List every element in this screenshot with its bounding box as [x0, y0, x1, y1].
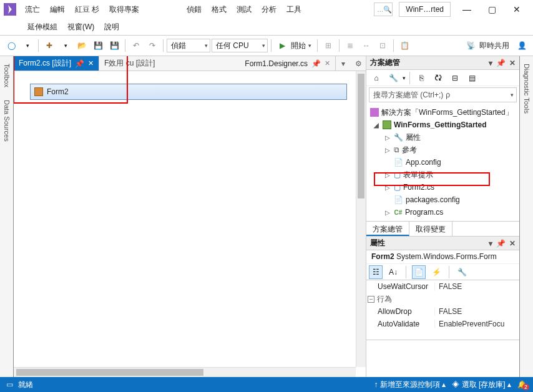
- panel-dropdown-icon[interactable]: ▾: [489, 239, 492, 248]
- pin-icon[interactable]: 📌: [75, 59, 84, 68]
- menu-test[interactable]: 測試: [232, 2, 257, 17]
- prop-usewaitcursor[interactable]: UseWaitCursor FALSE: [366, 280, 519, 293]
- menu-debug[interactable]: 偵錯: [182, 2, 207, 17]
- props-grid[interactable]: UseWaitCursor FALSE – 行為 AllowDrop FALSE…: [366, 280, 519, 340]
- liveshare-label[interactable]: 即時共用: [479, 41, 509, 51]
- hscrollbar[interactable]: [14, 367, 356, 377]
- new-project-dropdown[interactable]: ▾: [58, 38, 73, 53]
- bottom-tab-explorer[interactable]: 方案總管: [366, 222, 409, 236]
- tree-project[interactable]: ◢ WinForms_GettingStarted: [366, 119, 519, 131]
- toolbar-btn-c[interactable]: ↔: [359, 38, 374, 53]
- data-sources-tab[interactable]: Data Sources: [1, 96, 12, 145]
- expander-icon[interactable]: ▷: [384, 172, 391, 179]
- expander-icon[interactable]: ▷: [384, 209, 391, 216]
- save-button[interactable]: 💾: [90, 38, 105, 53]
- prop-value[interactable]: EnablePreventFocu: [435, 320, 519, 328]
- panel-dropdown-icon[interactable]: ▾: [489, 59, 492, 67]
- panel-pin-icon[interactable]: 📌: [496, 59, 506, 67]
- tree-appconfig[interactable]: 📄 App.config: [366, 156, 519, 169]
- tree-form2[interactable]: ▷ ▢ Form2.cs: [366, 181, 519, 194]
- prop-allowdrop[interactable]: AllowDrop FALSE: [366, 305, 519, 318]
- props-categorized-button[interactable]: ☷: [369, 265, 383, 279]
- maximize-button[interactable]: ▢: [479, 1, 504, 18]
- explorer-home-button[interactable]: ⌂: [369, 71, 384, 86]
- designer-surface[interactable]: Form2: [14, 71, 366, 377]
- back-button[interactable]: ◯: [4, 38, 19, 53]
- back-dropdown[interactable]: ▾: [20, 38, 35, 53]
- explorer-wrench-button[interactable]: 🔧: [386, 71, 401, 86]
- explorer-search[interactable]: 搜尋方案總管 (Ctrl+;) ρ: [369, 87, 517, 102]
- pin-icon[interactable]: 📌: [311, 59, 321, 68]
- explorer-pending-button[interactable]: ⎘: [414, 71, 429, 86]
- explorer-wrench-dropdown[interactable]: ▾: [403, 75, 406, 81]
- menu-file[interactable]: 流亡: [20, 2, 45, 17]
- bottom-tab-changes[interactable]: 取得變更: [409, 222, 452, 236]
- menu-format[interactable]: 格式: [207, 2, 232, 17]
- explorer-sync-button[interactable]: 🗘: [431, 71, 446, 86]
- platform-combo[interactable]: 任何 CPU: [212, 39, 268, 52]
- tab-form1-designer[interactable]: Form1.Designer.cs 📌 ✕: [240, 56, 336, 71]
- prop-cat-behavior[interactable]: – 行為: [366, 293, 519, 305]
- prop-value[interactable]: FALSE: [435, 307, 519, 316]
- expander-icon[interactable]: ▷: [384, 134, 391, 141]
- tree-packages[interactable]: 📄 packages.config: [366, 194, 519, 206]
- menu-extensions[interactable]: 延伸模組: [22, 19, 62, 35]
- panel-pin-icon[interactable]: 📌: [496, 239, 506, 248]
- toolbar-btn-a[interactable]: ⊞: [321, 38, 336, 53]
- tree-formhint[interactable]: ▷ ▢ 表單提示: [366, 169, 519, 181]
- status-window-icon[interactable]: ▭: [6, 380, 13, 389]
- status-add-source-control[interactable]: ↑ 新增至來源控制項 ▴: [374, 380, 446, 390]
- props-object-selector[interactable]: Form2 System.Windows.Forms.Form: [366, 250, 519, 264]
- tree-references[interactable]: ▷ ⧉ 參考: [366, 144, 519, 156]
- tree-solution[interactable]: 解決方案「WinForms_GettingStarted」: [366, 106, 519, 119]
- tabs-settings-icon[interactable]: ⚙: [351, 56, 366, 71]
- vscrollbar[interactable]: [356, 71, 366, 367]
- status-select-repo[interactable]: ◈ 選取 [存放庫] ▴: [452, 380, 511, 390]
- expander-icon[interactable]: ▷: [384, 184, 391, 191]
- diagnostics-tab[interactable]: Diagnostic Tools: [521, 60, 532, 117]
- expander-icon[interactable]: ▷: [384, 147, 391, 154]
- tab-usage-design[interactable]: F效用 cu [設計]: [99, 56, 160, 71]
- start-dropdown[interactable]: ▾: [308, 42, 311, 49]
- props-alpha-button[interactable]: A↓: [386, 265, 400, 279]
- search-launch[interactable]: … 🔍: [374, 2, 393, 16]
- props-props-button[interactable]: 📄: [412, 265, 426, 279]
- liveshare-icon[interactable]: 📡: [463, 38, 478, 53]
- panel-close-icon[interactable]: ✕: [509, 59, 516, 67]
- save-all-button[interactable]: 💾: [107, 38, 122, 53]
- close-button[interactable]: ✕: [504, 1, 529, 18]
- tabs-overflow-dropdown[interactable]: ▾: [336, 56, 351, 71]
- props-wrench-button[interactable]: 🔧: [455, 265, 469, 279]
- undo-button[interactable]: ↶: [129, 38, 144, 53]
- tree-program[interactable]: ▷ C# Program.cs: [366, 206, 519, 218]
- toolbar-btn-b[interactable]: ≣: [343, 38, 358, 53]
- start-button[interactable]: ▶: [275, 38, 290, 53]
- prop-value[interactable]: FALSE: [435, 282, 519, 291]
- menu-getproject[interactable]: 取得專案: [104, 2, 144, 17]
- collapse-icon[interactable]: –: [368, 296, 374, 303]
- liveshare-profile[interactable]: 👤: [514, 38, 529, 53]
- redo-button[interactable]: ↷: [145, 38, 160, 53]
- notifications-icon[interactable]: 🔔 2: [517, 380, 527, 389]
- menu-help[interactable]: 說明: [99, 19, 124, 35]
- prop-autovalidate[interactable]: AutoValidate EnablePreventFocu: [366, 318, 519, 330]
- close-tab-icon[interactable]: ✕: [88, 59, 94, 67]
- toolbox-tab[interactable]: Toolbox: [1, 60, 12, 91]
- tab-form2-design[interactable]: Form2.cs [設計] 📌 ✕: [14, 56, 99, 71]
- toolbar-btn-d[interactable]: ⊡: [375, 38, 390, 53]
- start-label[interactable]: 開始: [291, 41, 306, 51]
- form-titlebar[interactable]: Form2: [30, 84, 347, 100]
- panel-close-icon[interactable]: ✕: [509, 239, 516, 248]
- menu-tools[interactable]: 工具: [281, 2, 306, 17]
- minimize-button[interactable]: —: [454, 1, 479, 18]
- open-file-button[interactable]: 📂: [74, 38, 89, 53]
- close-tab-icon[interactable]: ✕: [325, 59, 330, 67]
- expander-icon[interactable]: ◢: [373, 122, 380, 129]
- toolbar-btn-e[interactable]: 📋: [397, 38, 412, 53]
- config-combo[interactable]: 偵錯: [167, 39, 210, 52]
- tree-properties[interactable]: ▷ 🔧 屬性: [366, 131, 519, 144]
- menu-edit[interactable]: 編輯: [45, 2, 70, 17]
- menu-window[interactable]: 視窗(W): [62, 19, 99, 35]
- props-events-button[interactable]: ⚡: [429, 265, 443, 279]
- menu-analyze[interactable]: 分析: [257, 2, 281, 17]
